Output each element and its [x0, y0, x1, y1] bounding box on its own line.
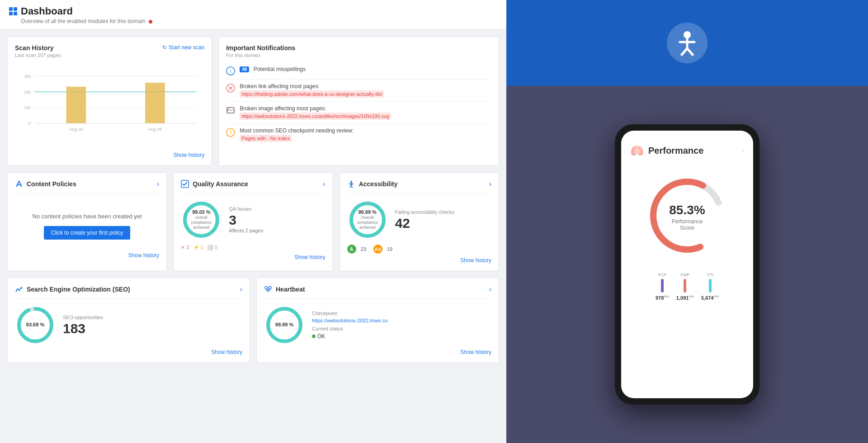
qa-donut: 99.03 % overall complianceachieved: [181, 199, 222, 240]
notif-link-3[interactable]: Pages with - No index: [240, 135, 292, 142]
svg-rect-10: [145, 83, 165, 123]
svg-text:100: 100: [24, 105, 31, 110]
phone-content: 🫁 Performance ›: [621, 131, 753, 398]
metrics-row: FCP 978ms FMP 1,091ms TTI 5,674ms: [656, 273, 719, 301]
notif-text-1: Broken link affecting most pages:: [240, 83, 384, 90]
broken-image-icon: [226, 106, 235, 115]
acc-failing-count: 42: [395, 217, 491, 230]
qa-sub: overall complianceachieved: [191, 215, 212, 230]
metric-fcp-value: 978ms: [656, 294, 669, 301]
qa-icon-square: ⬜ 0: [207, 245, 217, 250]
metric-fmp-label: FMP: [681, 273, 689, 277]
qa-donut-section: 99.03 % overall complianceachieved QA Is…: [181, 199, 325, 240]
phone-screen: 🫁 Performance ›: [621, 131, 753, 398]
phone-arrow-icon[interactable]: ›: [742, 146, 744, 155]
metric-tti-label: TTI: [707, 273, 713, 277]
metric-tti-value: 5,674ms: [701, 294, 719, 301]
svg-rect-9: [66, 87, 86, 123]
accessibility-circle: [667, 23, 708, 63]
performance-gauge: 85.3% PerformanceScore: [642, 170, 732, 261]
broken-link-icon: [226, 84, 235, 93]
acc-info: Failing accessibility checks 42: [395, 209, 491, 230]
seo-opps-count: 183: [63, 322, 242, 335]
content-policies-show-history[interactable]: Show history: [15, 252, 159, 259]
page-title: Dashboard: [21, 5, 73, 17]
right-panel: 🫁 Performance ›: [506, 0, 868, 443]
create-policy-button[interactable]: Click to create your first policy: [44, 226, 130, 240]
accessibility-person-icon: [674, 29, 701, 57]
svg-text:i: i: [230, 69, 231, 74]
svg-text:300: 300: [24, 74, 31, 79]
performance-title: Performance: [648, 146, 703, 156]
accessibility-chevron[interactable]: ›: [489, 180, 491, 188]
seo-opps-label: SEO opportunities: [63, 315, 242, 320]
status-dot: [312, 335, 316, 338]
svg-text:Aug 04: Aug 04: [69, 127, 83, 132]
acc-donut: 99.89 % Overall complianceachieved: [347, 199, 388, 240]
scan-show-history[interactable]: Show history: [15, 152, 204, 158]
acc-badge-aa: AA: [373, 245, 382, 254]
metric-fmp-bar: [684, 279, 686, 292]
qa-icon-row: ✕ 2 ⚡ 1 ⬜ 0: [181, 245, 325, 250]
header-subtitle: Overview of all the enabled modules for …: [21, 18, 497, 24]
seo-donut-section: 93.69 % SEO opportunities 183: [15, 305, 242, 345]
notif-link-2[interactable]: https://websolutions-2022.lrsws.co/antil…: [240, 113, 391, 120]
quality-assurance-title: Quality Assurance: [193, 180, 248, 188]
acc-badge-row: A 23 AA 19: [347, 245, 491, 254]
phone-mockup: 🫁 Performance ›: [615, 124, 760, 405]
heartbeat-checkpoint-link[interactable]: https://websolutions-2022.lrsws.co: [312, 318, 491, 323]
content-policies-chevron[interactable]: ›: [157, 180, 159, 188]
quality-assurance-card: Quality Assurance › 99.03 % overall comp…: [173, 172, 333, 271]
heartbeat-chevron[interactable]: ›: [489, 285, 491, 293]
acc-donut-section: 99.89 % Overall complianceachieved Faili…: [347, 199, 491, 240]
metric-fmp: FMP 1,091ms: [676, 273, 694, 301]
accessibility-card: Accessibility › 99.89 % Overall complian…: [340, 172, 499, 271]
heartbeat-show-history[interactable]: Show history: [264, 349, 491, 355]
qa-icon-bolt: ⚡ 1: [193, 245, 203, 250]
grid-icon: [9, 7, 17, 15]
notif-text-3: Most common SEO checkpoint needing revie…: [240, 127, 354, 134]
metric-fmp-value: 1,091ms: [676, 294, 694, 301]
notif-badge-0: 48: [240, 66, 249, 72]
seo-show-history[interactable]: Show history: [15, 349, 242, 355]
notif-item-0: i 48 Potential misspellings: [226, 62, 491, 80]
notif-item-2: Broken image affecting most pages: https…: [226, 102, 491, 124]
acc-badge-aa-count: 19: [387, 246, 392, 252]
heartbeat-status-label: Current status: [312, 326, 491, 331]
seo-chevron[interactable]: ›: [240, 285, 242, 293]
gauge-center: 85.3% PerformanceScore: [669, 203, 705, 231]
chart-svg: 300 200 100 0 Aug 04 Aug 29: [15, 67, 204, 148]
notifications-subtitle: For this domain: [226, 52, 491, 58]
acc-badge-a-count: 23: [361, 246, 366, 252]
performance-score-label: PerformanceScore: [669, 218, 705, 231]
heartbeat-checkpoint-label: Checkpoint:: [312, 311, 491, 316]
qa-show-history[interactable]: Show history: [181, 254, 325, 260]
heartbeat-status: OK: [317, 333, 325, 339]
notifications-card: Important Notifications For this domain …: [218, 37, 499, 166]
acc-badge-a: A: [347, 245, 356, 254]
metric-fcp-label: FCP: [658, 273, 666, 277]
accessibility-panel: [506, 0, 868, 86]
seo-title: Search Engine Optimization (SEO): [27, 286, 130, 293]
metric-tti-bar: [709, 279, 712, 292]
notif-link-1[interactable]: https://theblog.adobe.com/what-does-a-ux…: [240, 90, 384, 98]
seo-donut: 93.69 %: [15, 305, 56, 345]
start-new-scan-button[interactable]: ↻ Start new scan: [162, 44, 204, 51]
quality-assurance-chevron[interactable]: ›: [323, 180, 325, 188]
qa-issues-count: 3: [229, 213, 325, 227]
acc-pct: 99.89 %: [357, 209, 378, 215]
svg-line-31: [351, 186, 353, 188]
svg-line-43: [687, 48, 693, 55]
acc-show-history[interactable]: Show history: [347, 257, 491, 264]
no-policy-text: No content policies have been created ye…: [15, 213, 159, 220]
notifications-title: Important Notifications: [226, 44, 491, 52]
accessibility-icon: [347, 180, 355, 188]
phone-header: 🫁 Performance ›: [630, 144, 744, 157]
info-circle-icon: i: [226, 66, 235, 75]
heartbeat-donut: 99.99 %: [264, 305, 305, 345]
svg-text:!: !: [230, 129, 231, 136]
scan-history-chart: 300 200 100 0 Aug 04 Aug 29: [15, 67, 204, 148]
header: Dashboard Overview of all the enabled mo…: [0, 0, 506, 29]
metric-fcp-bar: [661, 279, 664, 292]
acc-failing-label: Failing accessibility checks: [395, 209, 491, 215]
